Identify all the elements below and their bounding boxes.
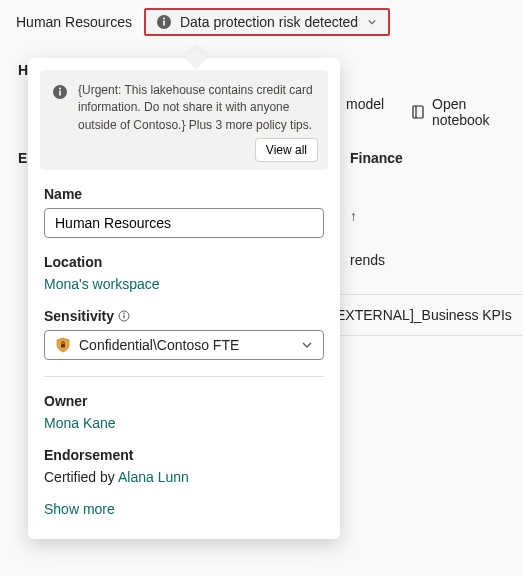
sensitivity-select[interactable]: Confidential\Contoso FTE xyxy=(44,330,324,360)
svg-rect-3 xyxy=(413,106,423,118)
open-notebook-button[interactable]: Open notebook xyxy=(410,96,523,128)
info-icon[interactable] xyxy=(118,310,130,322)
name-input[interactable] xyxy=(44,208,324,238)
svg-point-7 xyxy=(59,87,61,89)
owner-link[interactable]: Mona Kane xyxy=(44,415,324,431)
chevron-down-icon xyxy=(366,16,378,28)
info-icon xyxy=(156,14,172,30)
section-finance: Finance xyxy=(350,150,403,166)
truncated-e: E xyxy=(18,150,27,166)
risk-chip[interactable]: Data protection risk detected xyxy=(144,8,390,36)
svg-rect-11 xyxy=(61,344,65,348)
notebook-icon xyxy=(410,104,426,120)
svg-rect-6 xyxy=(59,91,61,96)
show-more-link[interactable]: Show more xyxy=(44,501,324,517)
page-title: Human Resources xyxy=(16,14,132,30)
owner-label: Owner xyxy=(44,393,324,409)
location-label: Location xyxy=(44,254,324,270)
endorsement-value: Certified by Alana Lunn xyxy=(44,469,324,485)
endorser-link[interactable]: Alana Lunn xyxy=(118,469,189,485)
location-link[interactable]: Mona's workspace xyxy=(44,276,324,292)
divider xyxy=(44,376,324,377)
svg-point-2 xyxy=(163,17,165,19)
sort-arrow-up-icon[interactable]: ↑ xyxy=(350,208,357,224)
chevron-down-icon xyxy=(301,339,313,351)
endorsement-label: Endorsement xyxy=(44,447,324,463)
item-kpis[interactable]: EXTERNAL]_Business KPIs xyxy=(336,294,523,336)
svg-point-10 xyxy=(123,313,125,315)
view-all-button[interactable]: View all xyxy=(255,138,318,162)
risk-label: Data protection risk detected xyxy=(180,14,358,30)
model-button[interactable]: model xyxy=(346,96,384,112)
sensitivity-value: Confidential\Contoso FTE xyxy=(79,337,239,353)
toolbar-label: Open notebook xyxy=(432,96,523,128)
info-icon xyxy=(52,84,68,160)
policy-tip-box: {Urgent: This lakehouse contains credit … xyxy=(40,70,328,170)
item-trends[interactable]: rends xyxy=(350,252,385,268)
toolbar-label: model xyxy=(346,96,384,112)
svg-rect-9 xyxy=(123,315,124,319)
shield-icon xyxy=(55,337,71,353)
sensitivity-label: Sensitivity xyxy=(44,308,324,324)
truncated-h: H xyxy=(18,62,28,78)
svg-rect-1 xyxy=(163,21,165,26)
name-label: Name xyxy=(44,186,324,202)
details-popover: {Urgent: This lakehouse contains credit … xyxy=(28,58,340,539)
